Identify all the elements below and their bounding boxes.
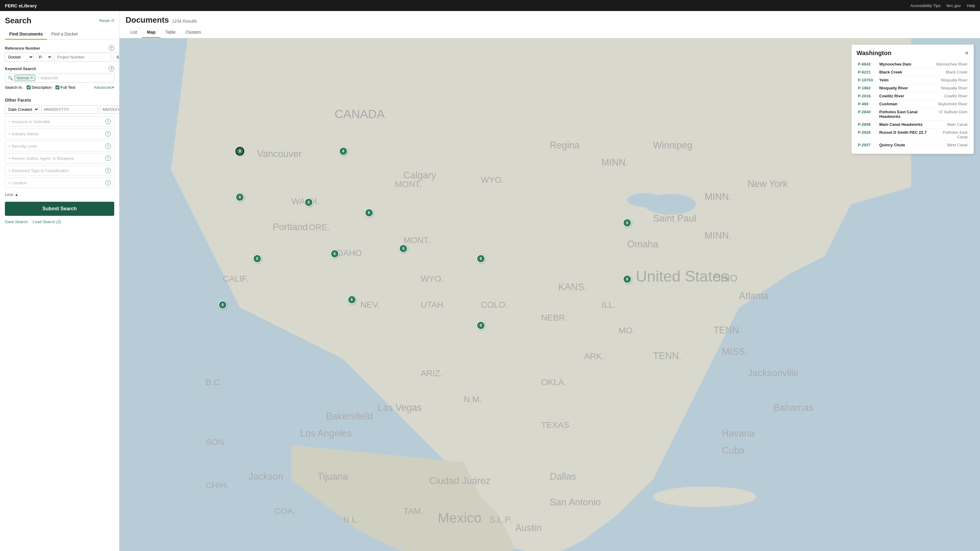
- popup-table: P-6842 Wynoochee Dam Wynoochee River P-6…: [857, 60, 969, 149]
- cluster-pin[interactable]: 6: [399, 244, 407, 253]
- documents-title: Documents: [126, 15, 169, 25]
- industry-sector-help[interactable]: ?: [105, 131, 111, 137]
- project-number-input[interactable]: [54, 52, 111, 62]
- keyword-input-row[interactable]: 🔍 license ✕ + Keywords: [5, 73, 114, 83]
- person-help[interactable]: ?: [105, 156, 111, 161]
- project-river: Skykomish River: [933, 100, 969, 108]
- project-name: Main Canal Headworks: [878, 121, 933, 129]
- svg-text:Cuba: Cuba: [722, 445, 745, 456]
- svg-text:Omaha: Omaha: [627, 239, 659, 249]
- less-label: Less: [5, 192, 13, 197]
- cluster-pin[interactable]: 6: [623, 275, 632, 283]
- security-level-help[interactable]: ?: [105, 143, 111, 149]
- doc-type-help[interactable]: ?: [105, 168, 111, 173]
- date-to-input[interactable]: [100, 105, 119, 114]
- cluster-pin[interactable]: 6: [218, 301, 227, 309]
- cluster-pin[interactable]: 6: [623, 219, 632, 227]
- save-search-link[interactable]: Save Search: [5, 219, 27, 224]
- project-number: P-2840: [857, 108, 878, 121]
- keyword-tag-remove[interactable]: ✕: [30, 76, 33, 80]
- tab-clusters[interactable]: Clusters: [180, 27, 206, 38]
- svg-point-3: [653, 486, 756, 507]
- tab-find-docket[interactable]: Find a Docket: [47, 29, 82, 40]
- svg-text:UTAH: UTAH: [421, 300, 444, 310]
- popup-close-button[interactable]: ✕: [965, 50, 969, 56]
- svg-text:NEBR.: NEBR.: [541, 313, 568, 322]
- person-facet[interactable]: + Person: Author, Agent, or Recipient ?: [5, 153, 114, 164]
- map-container[interactable]: United States Mexico CANADA MINN. WYO. M…: [119, 38, 980, 551]
- table-row[interactable]: P-6221 Black Creek Black Creek: [857, 68, 969, 76]
- prefix-select[interactable]: P- CP RM: [35, 52, 52, 62]
- date-from-input[interactable]: [41, 105, 98, 114]
- save-load-row: Save Search Load Search (2): [5, 219, 114, 224]
- issuance-help[interactable]: ?: [105, 119, 111, 124]
- table-row[interactable]: P-2849 Main Canal Headworks Main Canal: [857, 121, 969, 129]
- reset-button[interactable]: Reset ↺: [99, 18, 114, 23]
- cluster-pin[interactable]: 6: [477, 254, 485, 263]
- date-type-select[interactable]: Date Created Date Filed Date Issued: [5, 105, 39, 114]
- issuance-placeholder: + Issuance or Submittal: [8, 119, 50, 124]
- tab-find-documents[interactable]: Find Documents: [5, 29, 47, 40]
- svg-text:San Antonio: San Antonio: [550, 497, 601, 508]
- cluster-pin[interactable]: 6: [235, 193, 244, 202]
- location-facet[interactable]: + Location ?: [5, 178, 114, 188]
- location-help[interactable]: ?: [105, 180, 111, 186]
- tab-table[interactable]: Table: [161, 27, 180, 38]
- doc-type-facet[interactable]: + Document Type or Classification ?: [5, 165, 114, 176]
- security-level-placeholder: + Security Level: [8, 144, 37, 148]
- keyword-help[interactable]: ?: [109, 66, 114, 71]
- table-row[interactable]: P-10703 Yelm Nisqually River: [857, 76, 969, 84]
- description-checkbox-label[interactable]: Description: [27, 85, 52, 90]
- accessibility-link[interactable]: Accessibility Tips: [910, 3, 940, 8]
- cluster-pin[interactable]: 6: [348, 295, 356, 304]
- project-river: Potholes East Canal: [933, 129, 969, 141]
- full-text-checkbox[interactable]: [56, 86, 59, 89]
- project-number: P-6842: [857, 60, 878, 68]
- svg-text:Austin: Austin: [515, 522, 542, 533]
- cluster-pin[interactable]: 4: [339, 147, 348, 156]
- svg-text:OKLA.: OKLA.: [541, 378, 566, 387]
- search-in-row: Search in: Description Full Text Advance…: [5, 85, 114, 90]
- description-checkbox[interactable]: [27, 86, 30, 89]
- table-row[interactable]: P-2937 Quincy Chute West Canal: [857, 141, 969, 149]
- svg-text:CHIH.: CHIH.: [205, 481, 229, 490]
- main-layout: Search Reset ↺ Find Documents Find a Doc…: [0, 11, 980, 551]
- security-level-facet[interactable]: + Security Level ?: [5, 141, 114, 151]
- keyword-placeholder[interactable]: + Keywords: [37, 76, 58, 80]
- svg-text:MONT.: MONT.: [395, 179, 422, 189]
- less-toggle-button[interactable]: Less ▲: [5, 192, 114, 197]
- reference-number-help[interactable]: ?: [109, 45, 114, 51]
- sub-docket-select[interactable]: Sub-Docket: [113, 52, 119, 62]
- project-number: P-6221: [857, 68, 878, 76]
- industry-sector-facet[interactable]: + Industry Sector ?: [5, 129, 114, 139]
- cluster-pin[interactable]: 6: [365, 208, 373, 217]
- project-name: Cushman: [878, 100, 933, 108]
- full-text-checkbox-label[interactable]: Full Text: [56, 85, 75, 90]
- submit-search-button[interactable]: Submit Search: [5, 202, 114, 216]
- cluster-pin[interactable]: 6: [304, 198, 313, 206]
- advanced-button[interactable]: Advanced ▾: [94, 85, 114, 90]
- docket-type-select[interactable]: Docket Project Document: [5, 52, 34, 62]
- tab-map[interactable]: Map: [142, 27, 161, 38]
- table-row[interactable]: P-460 Cushman Skykomish River: [857, 100, 969, 108]
- cluster-pin[interactable]: 9: [235, 147, 244, 156]
- tab-list[interactable]: List: [126, 27, 142, 38]
- cluster-pin[interactable]: 6: [477, 321, 485, 330]
- table-row[interactable]: P-2926 Russel D Smith PEC 22.7 Potholes …: [857, 129, 969, 141]
- svg-text:COA.: COA.: [274, 506, 296, 516]
- issuance-facet[interactable]: + Issuance or Submittal ?: [5, 116, 114, 127]
- table-row[interactable]: P-1862 Nisqually River Nisqually River: [857, 84, 969, 92]
- ferc-gov-link[interactable]: ferc.gov: [947, 3, 961, 8]
- cluster-pin[interactable]: 6: [331, 249, 339, 258]
- keyword-section: Keyword Search ? 🔍 license ✕ + Keywords …: [5, 66, 114, 90]
- help-link[interactable]: Help: [967, 3, 975, 8]
- load-search-link[interactable]: Load Search (2): [32, 219, 61, 224]
- date-created-row: Date Created Date Filed Date Issued: [5, 105, 114, 114]
- table-row[interactable]: P-2840 Potholes East Canal Headworks O' …: [857, 108, 969, 121]
- project-river: West Canal: [933, 141, 969, 149]
- table-row[interactable]: P-2016 Cowlitz River Cowlitz River: [857, 92, 969, 100]
- table-row[interactable]: P-6842 Wynoochee Dam Wynoochee River: [857, 60, 969, 68]
- reference-number-label: Reference Number ?: [5, 45, 114, 51]
- project-river: Nisqually River: [933, 84, 969, 92]
- cluster-pin[interactable]: 6: [253, 254, 261, 263]
